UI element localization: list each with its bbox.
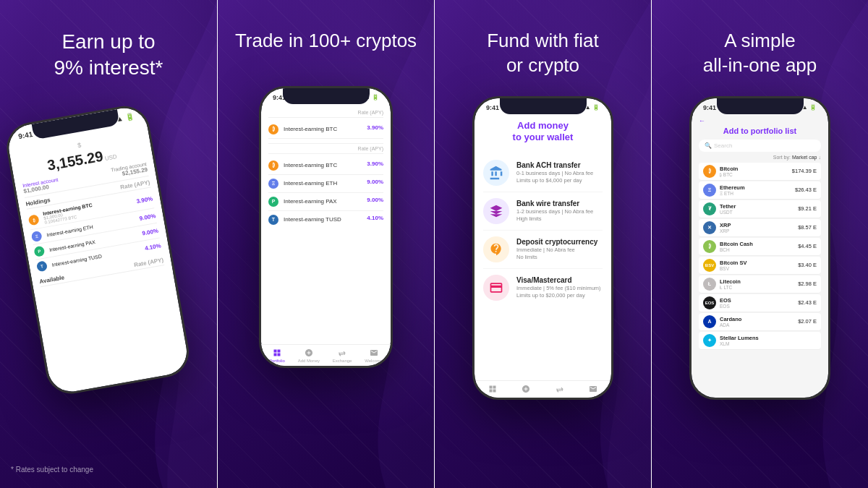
crypto-row-xrp[interactable]: ✕ XRP XRP $8.57 E bbox=[699, 219, 821, 237]
portfolio-search[interactable]: 🔍Search bbox=[699, 140, 821, 152]
wallet-option-crypto[interactable]: Deposit cryptocurrency Immediate | No Ab… bbox=[483, 231, 603, 269]
panel-trade: Trade in 100+ cryptos 9:41 ●●● ▲ 🔋 Rate … bbox=[217, 0, 434, 488]
crypto-row-eos[interactable]: EOS EOS EOS $2.43 E bbox=[699, 294, 821, 312]
crypto-row-eth[interactable]: Ξ Ethereum Ξ ETH $26.43 E bbox=[699, 181, 821, 200]
nav-add-money[interactable]: Add Money bbox=[298, 348, 320, 363]
nav3-tab3[interactable] bbox=[556, 385, 564, 395]
nav3-tab1[interactable] bbox=[488, 385, 497, 395]
nav3-tab4[interactable] bbox=[589, 385, 597, 395]
sort-control[interactable]: Sort by: Market cap ↓ bbox=[699, 155, 821, 160]
crypto-row-btc[interactable]: ₿ Bitcoin ₿ BTC $174.39 E bbox=[699, 163, 821, 181]
panel-fund: Fund with fiat or crypto 9:41 ●●● ▲ 🔋 Ad… bbox=[434, 0, 651, 488]
panel-portfolio: A simple all-in-one app 9:41 ●●● ▲ 🔋 ← A… bbox=[651, 0, 868, 488]
back-button[interactable]: ← bbox=[699, 117, 821, 124]
crypto-row-ada[interactable]: A Cardano ADA $2.07 E bbox=[699, 313, 821, 331]
phone-mockup-2: 9:41 ●●● ▲ 🔋 Rate (APY) ₿ Interest-earni… bbox=[259, 86, 393, 368]
panel-1-headline: Earn up to 9% interest* bbox=[40, 0, 178, 96]
footnote: * Rates subject to change bbox=[11, 466, 93, 474]
wallet-option-card[interactable]: Visa/Mastercard Immediate | 5% fee ($10 … bbox=[483, 269, 603, 307]
crypto-row-bsv[interactable]: BSV Bitcoin SV BSV $3.40 E bbox=[699, 257, 821, 275]
wallet-option-ach[interactable]: Bank ACH transfer 0-1 business days | No… bbox=[483, 154, 603, 192]
portfolio-title: Add to portfolio list bbox=[699, 127, 821, 135]
panel-4-headline: A simple all-in-one app bbox=[689, 0, 832, 93]
panel-2-headline: Trade in 100+ cryptos bbox=[221, 0, 431, 68]
phone-mockup-4: 9:41 ●●● ▲ 🔋 ← Add to portfolio list 🔍Se… bbox=[689, 96, 830, 400]
phone-mockup-3: 9:41 ●●● ▲ 🔋 Add money to your wallet Ba… bbox=[472, 96, 613, 400]
nav-exchange[interactable]: Exchange bbox=[333, 348, 352, 363]
crypto-row-xlm[interactable]: ✦ Stellar Lumens XLM bbox=[699, 332, 821, 350]
crypto-row-bch[interactable]: ₿ Bitcoin Cash BCH $4.45 E bbox=[699, 238, 821, 256]
crypto-row-usdt[interactable]: ₮ Tether USDT $9.21 E bbox=[699, 200, 821, 218]
nav-welcome[interactable]: Welcome bbox=[365, 348, 383, 363]
phone-mockup-1: 9:41 ●●● ▲ 🔋 $ 3,155.29 USD Interest acc… bbox=[3, 102, 193, 398]
nav3-tab2[interactable] bbox=[522, 385, 530, 395]
panel-3-headline: Fund with fiat or crypto bbox=[472, 0, 613, 93]
crypto-row-ltc[interactable]: Ł Litecoin Ł LTC $2.98 E bbox=[699, 275, 821, 294]
nav-portfolio[interactable]: Portfolio bbox=[269, 348, 285, 363]
panel-earn-interest: Earn up to 9% interest* 9:41 ●●● ▲ 🔋 $ 3… bbox=[0, 0, 217, 488]
wallet-option-wire[interactable]: Bank wire transfer 1-2 business days | N… bbox=[483, 192, 603, 231]
